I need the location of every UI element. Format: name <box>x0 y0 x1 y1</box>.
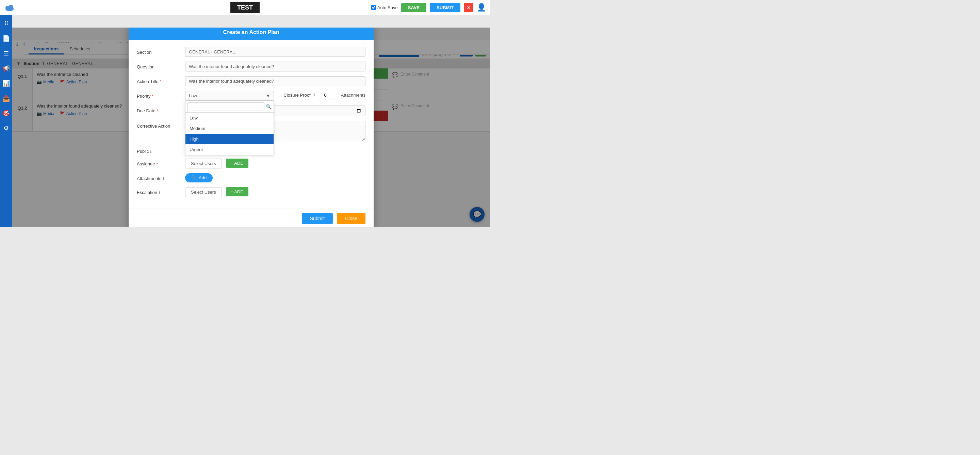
modal-body: Section Question Action Title * <box>129 40 374 208</box>
priority-option-low[interactable]: Low <box>185 113 274 123</box>
priority-search-bar: 🔍 <box>185 101 274 113</box>
priority-dropdown: 🔍 Low Medium High Urgent <box>185 101 274 155</box>
form-row-section: Section <box>137 47 366 57</box>
priority-option-high[interactable]: High <box>185 134 274 144</box>
app-title: TEST <box>231 2 259 13</box>
section-field-label: Section <box>137 47 181 55</box>
sidebar-icon-chart[interactable]: 📊 <box>2 79 11 88</box>
modal-header: Create an Action Plan <box>129 27 374 40</box>
escalation-info-icon: ℹ <box>159 190 160 195</box>
public-info-icon: ℹ <box>150 149 152 154</box>
section-field[interactable] <box>185 47 366 57</box>
closure-info-icon: ℹ <box>313 92 315 97</box>
sidebar-icon-list[interactable]: ☰ <box>2 49 11 58</box>
modal-submit-button[interactable]: Submit <box>302 213 333 224</box>
priority-option-medium[interactable]: Medium <box>185 123 274 134</box>
action-title-label: Action Title * <box>137 76 181 84</box>
form-row-escalation: Escalation ℹ Select Users + ADD <box>137 187 366 197</box>
assignee-select-users-button[interactable]: Select Users <box>185 159 222 169</box>
public-label: Public ℹ <box>137 146 181 154</box>
question-field[interactable] <box>185 62 366 72</box>
modal-close-button[interactable]: Close <box>337 213 366 224</box>
form-row-attachments: Attachments ℹ 📎 Add <box>137 173 366 182</box>
attachments-add-button[interactable]: 📎 Add <box>185 173 213 182</box>
modal-footer: Submit Close <box>129 208 374 228</box>
submit-top-button[interactable]: SUBMIT <box>430 3 460 12</box>
corrective-action-label: Corrective Action <box>137 121 181 129</box>
closure-proof-label: Closure Proof <box>283 92 310 98</box>
save-button[interactable]: SAVE <box>401 3 426 12</box>
closure-proof-input[interactable] <box>318 91 338 99</box>
main-content: Inspections Schedules ℹ Inspection ID: 1… <box>12 27 490 228</box>
modal-overlay: Create an Action Plan Section Question A… <box>12 27 490 228</box>
svg-point-2 <box>8 5 13 10</box>
auto-save-label[interactable]: Auto Save <box>371 5 398 10</box>
search-icon: 🔍 <box>266 104 272 109</box>
priority-option-urgent[interactable]: Urgent <box>185 144 274 155</box>
cloud-icon <box>4 2 15 13</box>
paperclip-icon: 📎 <box>191 175 197 180</box>
form-row-assignee: Assignee * Select Users + ADD <box>137 159 366 169</box>
question-field-label: Question <box>137 62 181 69</box>
escalation-select-users-button[interactable]: Select Users <box>185 187 222 197</box>
close-top-button[interactable]: ✕ <box>464 3 473 12</box>
priority-search-input[interactable] <box>188 102 264 111</box>
closure-proof-row: Closure Proof ℹ Attachments <box>283 91 366 99</box>
closure-attachments-label: Attachments <box>341 92 366 98</box>
action-title-field[interactable] <box>185 76 366 86</box>
sidebar-icon-gear[interactable]: ⚙ <box>2 124 11 133</box>
top-bar: TEST Auto Save SAVE SUBMIT ✕ 👤 <box>0 0 490 15</box>
create-action-plan-modal: Create an Action Plan Section Question A… <box>129 27 374 228</box>
auto-save-checkbox[interactable] <box>371 5 376 10</box>
attachments-label: Attachments ℹ <box>137 173 181 181</box>
form-row-priority: Priority * Low ▼ 🔍 <box>137 91 366 101</box>
sidebar-icon-doc[interactable]: 📄 <box>2 34 11 43</box>
sidebar-icon-target[interactable]: 🎯 <box>2 108 11 118</box>
escalation-add-button[interactable]: + ADD <box>226 187 248 196</box>
priority-label: Priority * <box>137 91 181 99</box>
sidebar-icon-inbox[interactable]: 📥 <box>2 94 11 103</box>
app-logo <box>4 2 15 13</box>
escalation-label: Escalation ℹ <box>137 187 181 195</box>
assignee-label: Assignee * <box>137 159 181 166</box>
sidebar-icon-megaphone[interactable]: 📢 <box>2 64 11 73</box>
form-row-question: Question <box>137 62 366 72</box>
attachments-info-icon: ℹ <box>163 176 164 181</box>
sidebar-icon-dots[interactable]: ⠿ <box>2 19 11 28</box>
form-row-action-title: Action Title * <box>137 76 366 86</box>
sidebar: ⠿ 📄 ☰ 📢 📊 📥 🎯 ⚙ <box>0 15 12 228</box>
due-date-label: Due Date * <box>137 105 181 113</box>
user-avatar-icon[interactable]: 👤 <box>477 3 486 12</box>
assignee-add-button[interactable]: + ADD <box>226 159 248 168</box>
priority-wrapper: Low ▼ 🔍 Low Medium High Urg <box>185 91 274 101</box>
priority-select-display[interactable]: Low ▼ <box>185 91 274 101</box>
chevron-down-icon: ▼ <box>266 93 270 99</box>
app-title-center: TEST <box>231 4 259 11</box>
top-bar-actions: Auto Save SAVE SUBMIT ✕ 👤 <box>371 3 486 12</box>
